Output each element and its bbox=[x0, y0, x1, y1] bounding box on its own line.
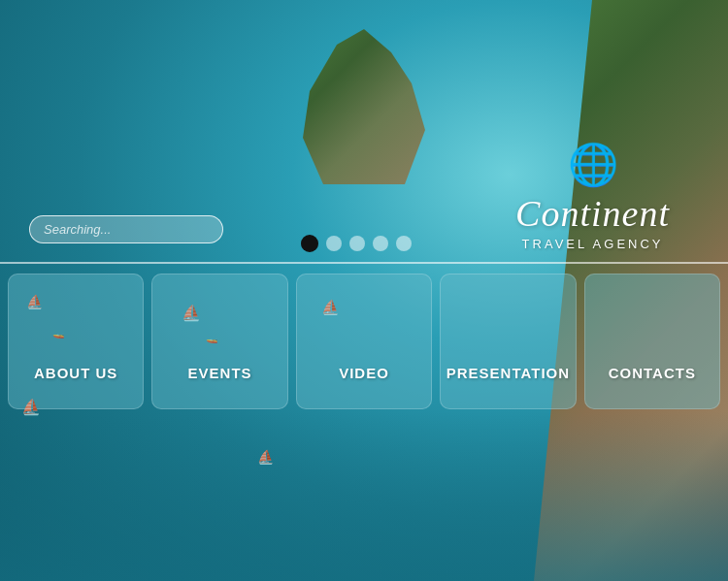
nav-card-events[interactable]: ⛵ 🚤 EVENTS bbox=[151, 274, 287, 409]
nav-card-video-label: VIDEO bbox=[339, 365, 389, 381]
divider-line bbox=[0, 262, 728, 264]
boat-lower-left: ⛵ bbox=[21, 398, 41, 416]
boat-decoration-4: 🚤 bbox=[206, 333, 217, 343]
brand-name: Continent bbox=[515, 192, 670, 235]
brand-area: 🌐 Continent TRAVEL AGENCY bbox=[515, 141, 670, 251]
nav-card-about-us-label: ABOUT US bbox=[34, 365, 117, 381]
dot-1[interactable] bbox=[301, 235, 318, 252]
nav-card-events-label: EVENTS bbox=[188, 365, 252, 381]
nav-card-contacts-label: CONTACTS bbox=[609, 365, 696, 381]
nav-card-contacts[interactable]: CONTACTS bbox=[584, 274, 720, 409]
brand-subtitle: TRAVEL AGENCY bbox=[515, 237, 670, 251]
dot-4[interactable] bbox=[373, 236, 388, 251]
search-bar bbox=[29, 215, 223, 243]
nav-card-presentation[interactable]: PRESENTATION bbox=[440, 274, 576, 409]
search-input[interactable] bbox=[29, 215, 223, 243]
nav-card-about-us[interactable]: ⛵ 🚤 ABOUT US bbox=[8, 274, 144, 409]
boat-decoration-2: 🚤 bbox=[52, 328, 64, 339]
water-bottom bbox=[0, 411, 728, 581]
boat-decoration-1: ⛵ bbox=[26, 294, 43, 309]
dot-2[interactable] bbox=[326, 236, 342, 251]
dot-3[interactable] bbox=[349, 236, 365, 251]
nav-card-presentation-label: PRESENTATION bbox=[447, 365, 570, 381]
globe-icon: 🌐 bbox=[515, 141, 670, 188]
slide-indicators bbox=[301, 235, 412, 252]
dot-5[interactable] bbox=[396, 236, 412, 251]
nav-card-video[interactable]: ⛵ VIDEO bbox=[296, 274, 432, 409]
boat-decoration-3: ⛵ bbox=[182, 304, 201, 322]
boat-decoration-5: ⛵ bbox=[321, 299, 340, 316]
nav-cards-container: ⛵ 🚤 ABOUT US ⛵ 🚤 EVENTS ⛵ VIDEO PRESENTA… bbox=[0, 274, 728, 409]
boat-lower-middle: ⛵ bbox=[257, 449, 274, 465]
